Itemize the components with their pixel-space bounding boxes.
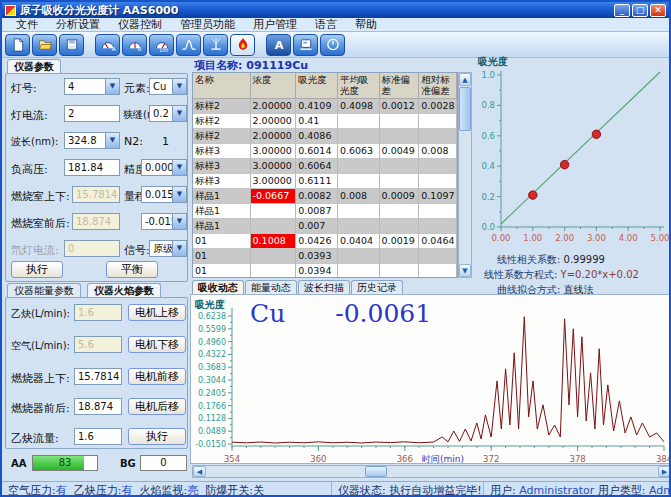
dynamics-scrollbar[interactable]: ◀ ▶: [192, 465, 671, 478]
tab-dynamics-2[interactable]: 波长扫描: [298, 280, 350, 294]
correlation-line: 线性相关系数: 0.99999: [497, 253, 605, 267]
slit-combo[interactable]: 0.2 ▼: [149, 105, 187, 122]
table-cell: [338, 129, 380, 144]
lamp-current-input[interactable]: 2: [64, 105, 120, 122]
wavelength-scan-icon[interactable]: [176, 34, 201, 56]
new-file-icon[interactable]: [5, 34, 30, 56]
user-label: 用户:: [490, 484, 516, 497]
chevron-down-icon[interactable]: ▼: [172, 106, 186, 121]
menu-item-4[interactable]: 用户管理: [245, 17, 305, 32]
column-header-1[interactable]: 浓度: [251, 73, 297, 99]
motor-forward-button[interactable]: 电机前移: [128, 368, 186, 385]
menu-item-1[interactable]: 分析设置: [48, 17, 108, 32]
tab-instrument-params[interactable]: 仪器参数: [7, 59, 61, 73]
scroll-up-icon[interactable]: ▲: [459, 73, 471, 86]
table-cell: 2.00000: [251, 114, 297, 129]
table-row[interactable]: 标样33.000000.6064: [193, 159, 457, 174]
menu-item-3[interactable]: 管理员功能: [172, 17, 243, 32]
user-type-value: Administrator: [649, 484, 669, 497]
minimize-button[interactable]: _: [614, 4, 630, 17]
column-header-0[interactable]: 名称: [193, 73, 251, 99]
table-row[interactable]: 标样33.000000.6111: [193, 174, 457, 189]
lamp-no-combo[interactable]: 4 ▼: [64, 78, 120, 95]
power-icon[interactable]: [320, 34, 345, 56]
table-row[interactable]: 010.10080.04260.04040.00190.0464: [193, 234, 457, 249]
svg-text:100: 100: [159, 48, 168, 52]
motor-up-button[interactable]: 电机上移: [128, 304, 186, 321]
chevron-down-icon[interactable]: ▼: [172, 79, 186, 94]
element-combo[interactable]: Cu ▼: [149, 78, 187, 95]
burner-frontback-label: 燃烧器前后:: [11, 401, 70, 416]
maximize-button[interactable]: □: [632, 4, 648, 17]
equation-line: 线性系数方程式: Y=0.20*x+0.02: [484, 268, 639, 282]
table-row[interactable]: 010.0393: [193, 249, 457, 264]
table-row[interactable]: 010.0394: [193, 264, 457, 278]
table-row[interactable]: 标样22.000000.41090.40980.00120.0028: [193, 99, 457, 114]
balance-button[interactable]: 平衡: [106, 261, 158, 278]
scrollbar-thumb[interactable]: [459, 87, 471, 131]
burner-frontback-input[interactable]: 18.874: [74, 398, 122, 415]
results-table: 名称浓度吸光度平均吸光度标准偏差相对标准偏差 标样22.000000.41090…: [192, 72, 458, 278]
tab-energy-params[interactable]: 仪器能量参数: [7, 283, 81, 297]
range2-combo[interactable]: -0.0150 ▼: [141, 213, 187, 230]
table-row[interactable]: 标样33.000000.60140.60630.00490.008: [193, 144, 457, 159]
instrument-icon[interactable]: [293, 34, 318, 56]
menu-item-0[interactable]: 文件: [8, 17, 46, 32]
execute-button[interactable]: 执行: [11, 261, 63, 278]
column-header-3[interactable]: 平均吸光度: [338, 73, 380, 99]
tab-dynamics-3[interactable]: 历史记录: [351, 280, 403, 294]
sprayer-icon[interactable]: [203, 34, 228, 56]
signal-combo[interactable]: 原级 ▼: [149, 240, 187, 257]
gauge-zero-icon[interactable]: 0: [122, 34, 147, 56]
column-header-5[interactable]: 相对标准偏差: [419, 73, 457, 99]
scroll-down-icon[interactable]: ▼: [459, 264, 471, 277]
flow-input[interactable]: 1.6: [74, 428, 122, 445]
menu-item-6[interactable]: 帮助: [347, 17, 385, 32]
table-cell: 01: [193, 249, 251, 264]
chevron-down-icon[interactable]: ▼: [105, 133, 119, 148]
table-row[interactable]: 样品1-0.06670.00820.0080.00090.1097: [193, 189, 457, 204]
motor-down-button[interactable]: 电机下移: [128, 336, 186, 353]
chevron-down-icon[interactable]: ▼: [172, 160, 186, 175]
wavelength-value: 324.8: [65, 133, 105, 148]
open-folder-icon[interactable]: [32, 34, 57, 56]
tab-dynamics-0[interactable]: 吸收动态: [192, 280, 244, 294]
tab-dynamics-1[interactable]: 能量动态: [245, 280, 297, 294]
save-icon[interactable]: [59, 34, 84, 56]
chevron-down-icon[interactable]: ▼: [172, 214, 186, 229]
range-combo[interactable]: 0.0150 ▼: [141, 186, 187, 203]
table-row[interactable]: 样品10.007: [193, 219, 457, 234]
svg-text:0.00: 0.00: [492, 233, 511, 243]
close-button[interactable]: ✕: [650, 4, 666, 17]
table-cell: 标样3: [193, 144, 251, 159]
h-scrollbar-thumb[interactable]: [365, 466, 387, 477]
table-cell: 0.4086: [296, 129, 338, 144]
auto-gain-icon[interactable]: A: [266, 34, 291, 56]
burner-updown-input[interactable]: 15.7814: [74, 368, 122, 385]
flame-execute-button[interactable]: 执行: [128, 428, 186, 445]
wavelength-combo[interactable]: 324.8 ▼: [64, 132, 120, 149]
motor-back-button[interactable]: 电机后移: [128, 398, 186, 415]
project-name-label: 项目名称:: [194, 59, 242, 72]
tab-flame-params[interactable]: 仪器火焰参数: [87, 283, 161, 297]
table-row[interactable]: 样品10.0087: [193, 204, 457, 219]
chevron-down-icon[interactable]: ▼: [105, 79, 119, 94]
menu-item-5[interactable]: 语言: [307, 17, 345, 32]
table-row[interactable]: 标样22.000000.4086: [193, 129, 457, 144]
scroll-left-icon[interactable]: ◀: [193, 466, 206, 477]
hv-input[interactable]: 181.84: [64, 159, 120, 176]
table-row[interactable]: 标样22.000000.41: [193, 114, 457, 129]
column-header-4[interactable]: 标准偏差: [380, 73, 420, 99]
chevron-down-icon[interactable]: ▼: [172, 187, 186, 202]
svg-text:0.8: 0.8: [481, 100, 495, 110]
svg-text:0.4322: 0.4322: [198, 350, 226, 359]
menu-item-2[interactable]: 仪器控制: [110, 17, 170, 32]
column-header-2[interactable]: 吸光度: [296, 73, 338, 99]
results-scrollbar[interactable]: ▲ ▼: [458, 72, 472, 278]
precision-combo[interactable]: 0.0000 ▼: [141, 159, 187, 176]
flame-icon[interactable]: [230, 34, 255, 56]
gauge-100-icon[interactable]: 100: [149, 34, 174, 56]
chevron-down-icon[interactable]: ▼: [172, 241, 186, 256]
gauge-a-icon[interactable]: A: [95, 34, 120, 56]
scroll-right-icon[interactable]: ▶: [658, 466, 671, 477]
